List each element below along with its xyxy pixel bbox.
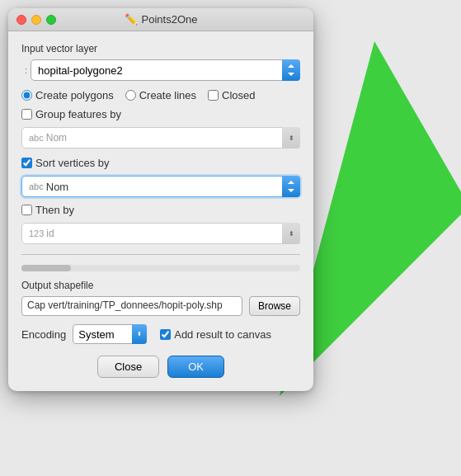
sort-vertices-row: Sort vertices by xyxy=(21,157,300,169)
group-dropdown-arrow[interactable]: ⬍ xyxy=(282,127,300,148)
geometry-type-row: Create polygons Create lines Closed xyxy=(21,89,300,101)
button-row: Close OK xyxy=(21,356,300,378)
ok-button[interactable]: OK xyxy=(167,356,224,378)
layer-input[interactable] xyxy=(31,59,300,81)
dialog-content: Input vector layer : Create polygons Cre… xyxy=(8,31,313,391)
encoding-row: Encoding System UTF-8 Latin-1 ⬍ Add resu… xyxy=(21,324,300,344)
closed-option[interactable]: Closed xyxy=(208,89,255,101)
output-path-row: Cap vert/training/TP_donnees/hopit-poly.… xyxy=(21,296,300,316)
group-features-option[interactable]: Group features by xyxy=(21,108,121,120)
scrollbar[interactable] xyxy=(21,265,300,271)
maximize-window-button[interactable] xyxy=(46,15,56,25)
group-field-prefix: abc xyxy=(29,133,44,143)
then-dropdown-wrapper: 123 id ⬍ xyxy=(21,223,300,244)
sort-vertices-checkbox[interactable] xyxy=(21,158,32,168)
close-window-button[interactable] xyxy=(16,15,26,25)
window-controls xyxy=(16,15,56,25)
group-features-row: Group features by xyxy=(21,108,300,120)
scrollbar-thumb[interactable] xyxy=(21,265,71,271)
layer-dropdown-wrapper: : xyxy=(21,59,300,81)
create-polygons-option[interactable]: Create polygons xyxy=(21,89,114,101)
sort-dropdown-wrapper: abc Nom xyxy=(21,176,300,197)
create-lines-radio[interactable] xyxy=(125,90,136,101)
then-by-checkbox[interactable] xyxy=(21,205,32,215)
window-title: ✏️ Points2One xyxy=(125,13,198,26)
sort-field-prefix: abc xyxy=(29,181,44,191)
then-by-row: Then by xyxy=(21,204,300,216)
add-result-option[interactable]: Add result to canvas xyxy=(160,328,271,341)
minimize-window-button[interactable] xyxy=(31,15,41,25)
output-path-field[interactable]: Cap vert/training/TP_donnees/hopit-poly.… xyxy=(21,296,242,316)
close-button[interactable]: Close xyxy=(97,356,159,378)
group-features-checkbox[interactable] xyxy=(21,109,32,120)
section-divider xyxy=(21,254,300,255)
closed-checkbox[interactable] xyxy=(208,90,219,101)
sort-field-display[interactable]: abc Nom xyxy=(21,176,300,197)
create-polygons-radio[interactable] xyxy=(21,90,32,101)
main-dialog: ✏️ Points2One Input vector layer : Creat… xyxy=(8,8,313,391)
group-dropdown-wrapper: abc Nom ⬍ xyxy=(21,127,300,148)
titlebar: ✏️ Points2One xyxy=(8,8,313,31)
create-lines-option[interactable]: Create lines xyxy=(125,89,196,101)
sort-vertices-option[interactable]: Sort vertices by xyxy=(21,157,110,169)
layer-prefix: : xyxy=(25,65,27,75)
group-field-display[interactable]: abc Nom xyxy=(21,127,300,148)
then-field-prefix: 123 xyxy=(29,229,44,238)
input-layer-label: Input vector layer xyxy=(21,43,300,54)
encoding-label: Encoding xyxy=(21,328,66,341)
then-field-display[interactable]: 123 id xyxy=(21,223,300,244)
then-dropdown-arrow[interactable]: ⬍ xyxy=(282,223,300,244)
encoding-select[interactable]: System UTF-8 Latin-1 xyxy=(73,324,147,344)
add-result-checkbox[interactable] xyxy=(160,329,171,340)
then-by-option[interactable]: Then by xyxy=(21,204,74,216)
output-label: Output shapefile xyxy=(21,280,300,291)
title-icon: ✏️ xyxy=(125,13,138,26)
browse-button[interactable]: Browse xyxy=(249,296,300,316)
encoding-dropdown-wrapper: System UTF-8 Latin-1 ⬍ xyxy=(73,324,147,344)
